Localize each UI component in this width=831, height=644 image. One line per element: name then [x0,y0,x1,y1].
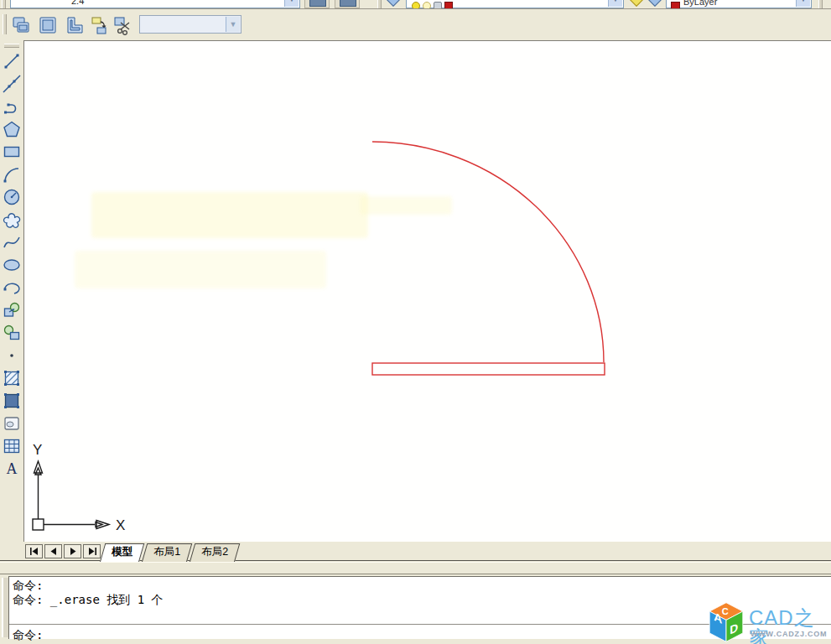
tab-nav-buttons [25,544,101,558]
command-prompt: 命令: [13,628,43,641]
sun-icon [423,2,431,9]
bulb-icon [412,2,420,9]
point-icon[interactable] [1,345,23,366]
toolbar-button[interactable] [335,0,360,8]
model-space-canvas[interactable]: Y X [23,40,831,542]
line-icon[interactable] [1,50,23,71]
region-icon[interactable] [1,413,23,434]
rectangle-icon[interactable] [1,141,23,162]
watermark-url: WWW.CADZJ.COM [750,630,827,638]
ucs-x-label: X [116,517,125,533]
arc-icon[interactable] [1,164,23,184]
ellipse-icon[interactable] [1,254,23,275]
command-window: 命令: 命令: _.erase 找到 1 个 命令: C A D CAD之家 W… [0,574,831,644]
hatch-icon[interactable] [1,367,23,388]
single-viewport-icon[interactable] [36,13,60,36]
layer-color-swatch [444,2,453,9]
toolbar-grip[interactable] [2,0,6,9]
door-leaf-rect [372,363,605,375]
circle-icon[interactable] [1,186,23,207]
ucs-y-label: Y [33,443,42,458]
command-history-line: 命令: [13,579,831,593]
polygonal-viewport-icon[interactable] [63,13,86,36]
color-combobox-value: ByLayer [683,0,717,7]
first-tab-button[interactable] [25,544,43,558]
next-tab-button[interactable] [64,544,81,558]
command-window-splitter[interactable] [0,562,831,574]
last-tab-button[interactable] [83,544,101,558]
toolbar-button[interactable] [304,0,330,8]
ucs-icon: Y X [29,443,138,537]
chevron-down-icon[interactable]: ▼ [284,0,299,7]
style-combobox[interactable]: 2.4 ▼ [10,0,300,8]
multiline-text-icon[interactable]: A [1,458,23,479]
toolbar-grip[interactable] [4,44,19,48]
layer-previous-icon[interactable] [646,0,664,8]
viewport-scale-combobox[interactable]: ▼ [139,15,242,34]
tab-layout1[interactable]: 布局1 [142,543,193,563]
current-color-swatch [671,2,680,9]
polyline-icon[interactable] [1,96,23,117]
cadzj-watermark: C A D CAD之家 WWW.CADZJ.COM [705,603,829,643]
gradient-icon[interactable] [1,390,23,411]
tab-layout2[interactable]: 布局2 [190,543,241,563]
table-icon[interactable] [1,435,23,456]
door-arc [372,142,604,362]
clip-viewport-icon[interactable] [112,13,135,36]
watermark-title: CAD之家 [749,608,829,644]
insert-block-icon[interactable] [1,299,23,320]
draw-toolbar: A [0,40,23,542]
cadzj-cube-logo: C A D [705,601,747,643]
polygon-icon[interactable] [1,118,23,139]
chevron-down-icon[interactable]: ▼ [226,17,240,32]
color-combobox[interactable]: ByLayer ▼ [666,0,812,8]
toolbar-grip[interactable] [818,0,823,9]
viewports-dialog-icon[interactable] [9,13,33,36]
previous-tab-button[interactable] [44,544,62,558]
spline-icon[interactable] [1,231,23,252]
ellipse-arc-icon[interactable] [1,277,23,298]
cube-letter-top: C [722,606,729,616]
lock-icon [434,2,442,9]
top-toolbar-row-clipped: 2.4 ▼ ▼ ByLayer ▼ [0,0,831,9]
autocad-window: 2.4 ▼ ▼ ByLayer ▼ [0,0,831,644]
button-icon [340,0,356,7]
door-symbol-drawing [24,41,831,542]
button-icon [309,0,326,7]
revision-cloud-icon[interactable] [1,209,23,230]
style-combobox-value: 2.4 [71,0,84,6]
make-object-layer-current-icon[interactable] [627,0,646,8]
construction-line-icon[interactable] [1,73,23,94]
layout-tab-bar: 模型 布局1 布局2 [0,542,831,561]
chevron-down-icon[interactable]: ▼ [608,0,622,7]
toolbar-grip[interactable] [377,0,382,9]
layout-tabs: 模型 布局1 布局2 [102,543,237,563]
toolbar-grip[interactable] [3,14,7,34]
convert-to-viewport-icon[interactable] [88,13,112,36]
make-block-icon[interactable] [1,322,23,343]
tab-model[interactable]: 模型 [100,543,145,563]
svg-text:A: A [7,460,18,477]
viewports-toolbar: ▼ [0,9,831,41]
layer-properties-icon[interactable] [384,0,403,8]
layer-combobox[interactable]: ▼ [406,0,624,8]
chevron-down-icon[interactable]: ▼ [796,0,810,7]
